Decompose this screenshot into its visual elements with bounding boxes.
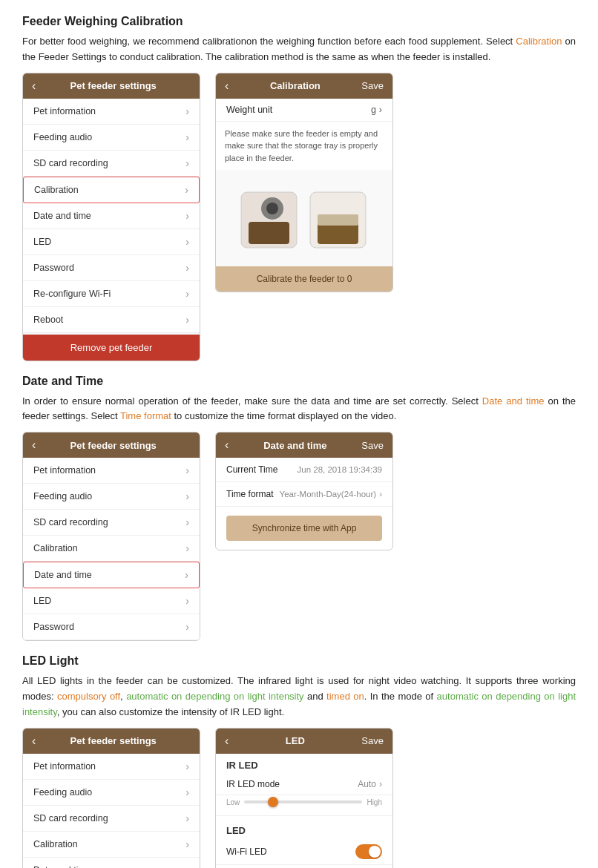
slider-high-label: High: [367, 798, 382, 806]
current-time-value: Jun 28, 2018 19:34:39: [298, 465, 382, 474]
menu-sd-3[interactable]: SD card recording ›: [23, 806, 200, 832]
menu-sd-1[interactable]: SD card recording ›: [23, 151, 200, 177]
menu-password-1[interactable]: Password ›: [23, 255, 200, 281]
back-icon-1[interactable]: ‹: [32, 79, 36, 93]
dt-save-btn[interactable]: Save: [361, 440, 384, 451]
chevron-icon: ›: [185, 760, 189, 772]
ir-led-slider-row: Low High: [216, 795, 392, 812]
chevron-icon: ›: [185, 157, 189, 169]
menu-reconfigure-1[interactable]: Re-configure Wi-Fi ›: [23, 281, 200, 307]
chevron-icon: ›: [185, 464, 189, 476]
menu-date-2[interactable]: Date and time ›: [23, 562, 200, 588]
led-screens: ‹ Pet feeder settings Pet information › …: [22, 728, 576, 868]
chevron-icon: ›: [185, 621, 189, 633]
time-format-row[interactable]: Time format Year-Month-Day(24-hour) ›: [216, 482, 392, 507]
menu-date-3[interactable]: Date and time ›: [23, 858, 200, 868]
feeder-weighing-title: Feeder Weighing Calibration: [22, 15, 576, 28]
chevron-icon: ›: [185, 516, 189, 528]
feeder-weighing-para: For better food weighing, we recommend c…: [22, 34, 576, 65]
time-format-label: Time format: [226, 489, 274, 499]
calibrate-zero-btn[interactable]: Calibrate the feeder to 0: [216, 266, 392, 292]
menu-pet-info-3[interactable]: Pet information ›: [23, 754, 200, 780]
calib-save-btn[interactable]: Save: [361, 80, 384, 91]
ir-led-mode-row[interactable]: IR LED mode Auto ›: [216, 774, 392, 795]
back-icon-calib[interactable]: ‹: [225, 79, 229, 93]
chevron-icon: ›: [185, 595, 189, 607]
back-icon-dt[interactable]: ‹: [225, 438, 229, 452]
chevron-icon: ›: [379, 105, 382, 115]
wifi-led-label: Wi-Fi LED: [226, 846, 267, 857]
back-icon-led[interactable]: ‹: [225, 734, 229, 748]
svg-point-3: [266, 203, 278, 214]
menu-calibration-1[interactable]: Calibration ›: [23, 177, 200, 203]
calib-header: ‹ Calibration Save: [216, 73, 392, 99]
led-para: All LED lights in the feeder can be cust…: [22, 674, 576, 720]
led-save-btn[interactable]: Save: [361, 735, 384, 746]
menu-pet-info-1[interactable]: Pet information ›: [23, 99, 200, 125]
ir-led-section-title: IR LED: [216, 754, 392, 774]
chevron-icon: ›: [379, 779, 382, 789]
menu-date-1[interactable]: Date and time ›: [23, 203, 200, 229]
chevron-icon: ›: [185, 490, 189, 502]
ir-led-mode-value: Auto ›: [358, 779, 382, 789]
led-section: LED Light All LED lights in the feeder c…: [22, 654, 576, 868]
settings-header-1: ‹ Pet feeder settings: [23, 73, 200, 99]
feeder-image-area: [216, 170, 392, 266]
chevron-icon: ›: [185, 812, 189, 824]
menu-calibration-2[interactable]: Calibration ›: [23, 536, 200, 562]
date-time-para: In order to ensure normal operation of t…: [22, 394, 576, 425]
settings-title-1: Pet feeder settings: [70, 80, 157, 91]
back-icon-2[interactable]: ‹: [32, 438, 36, 452]
menu-calibration-3[interactable]: Calibration ›: [23, 832, 200, 858]
slider-thumb[interactable]: [268, 797, 278, 807]
settings-header-3: ‹ Pet feeder settings: [23, 729, 200, 754]
chevron-icon: ›: [185, 569, 188, 581]
current-time-label: Current Time: [226, 464, 277, 475]
svg-rect-6: [318, 214, 358, 226]
menu-led-1[interactable]: LED ›: [23, 229, 200, 255]
weight-unit-row: Weight unit g ›: [216, 99, 392, 122]
sync-time-btn[interactable]: Synchronize time with App: [226, 516, 382, 541]
chevron-icon: ›: [185, 838, 189, 850]
settings-header-2: ‹ Pet feeder settings: [23, 433, 200, 458]
menu-password-2[interactable]: Password ›: [23, 614, 200, 640]
dt-title: Date and time: [263, 440, 326, 451]
wifi-led-toggle[interactable]: [355, 844, 382, 859]
chevron-icon: ›: [379, 490, 382, 499]
settings-screen-1: ‹ Pet feeder settings Pet information › …: [22, 73, 200, 361]
chevron-icon: ›: [185, 131, 189, 143]
feeder-image: [237, 177, 371, 259]
menu-feeding-audio-2[interactable]: Feeding audio ›: [23, 484, 200, 510]
weight-unit-value[interactable]: g ›: [371, 105, 382, 115]
led-config-screen: ‹ LED Save IR LED IR LED mode Auto › Low…: [215, 728, 393, 868]
ir-led-mode-label: IR LED mode: [226, 779, 280, 789]
menu-pet-info-2[interactable]: Pet information ›: [23, 458, 200, 484]
chevron-icon: ›: [185, 786, 189, 798]
ir-led-slider[interactable]: [244, 800, 362, 803]
remove-feeder-btn[interactable]: Remove pet feeder: [23, 335, 200, 361]
date-time-section: Date and Time In order to ensure normal …: [22, 375, 576, 642]
date-time-screens: ‹ Pet feeder settings Pet information › …: [22, 432, 576, 641]
settings-title-2: Pet feeder settings: [70, 440, 157, 451]
menu-sd-2[interactable]: SD card recording ›: [23, 510, 200, 536]
led-section-title: LED: [216, 819, 392, 839]
settings-title-3: Pet feeder settings: [70, 735, 157, 746]
wifi-led-row: Wi-Fi LED: [216, 839, 392, 865]
menu-led-2[interactable]: LED ›: [23, 588, 200, 614]
menu-feeding-audio-3[interactable]: Feeding audio ›: [23, 780, 200, 806]
menu-reboot-1[interactable]: Reboot ›: [23, 307, 200, 333]
svg-rect-1: [249, 222, 289, 244]
menu-feeding-audio-1[interactable]: Feeding audio ›: [23, 125, 200, 151]
back-icon-3[interactable]: ‹: [32, 734, 36, 748]
feeder-weighing-screens: ‹ Pet feeder settings Pet information › …: [22, 73, 576, 361]
chevron-icon: ›: [185, 314, 189, 326]
time-format-value: Year-Month-Day(24-hour) ›: [280, 490, 382, 499]
led-header: ‹ LED Save: [216, 729, 392, 754]
slider-low-label: Low: [226, 798, 240, 806]
power-led-row: Power LED: [216, 865, 392, 868]
led-screen-title: LED: [286, 735, 305, 746]
chevron-icon: ›: [185, 105, 189, 117]
date-time-title: Date and Time: [22, 375, 576, 388]
weight-unit-label: Weight unit: [226, 105, 272, 115]
calibration-screen: ‹ Calibration Save Weight unit g › Pleas…: [215, 73, 393, 293]
